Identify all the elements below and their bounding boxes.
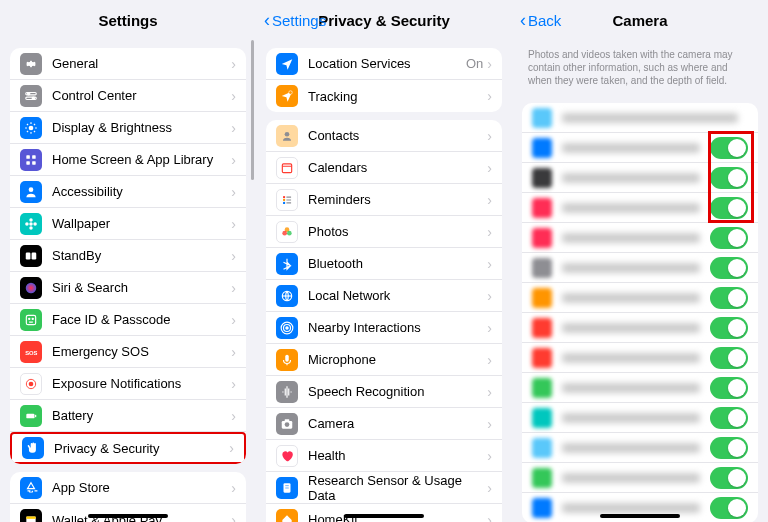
app-permission-row (522, 223, 758, 253)
svg-point-50 (282, 230, 287, 235)
row-control-center[interactable]: Control Center› (10, 80, 246, 112)
app-icon (532, 498, 552, 518)
back-to-settings[interactable]: ‹ Settings (264, 11, 326, 29)
camera-header: ‹ Back Camera (512, 0, 768, 40)
chevron-right-icon: › (231, 280, 236, 296)
row-tracking[interactable]: Tracking› (266, 80, 502, 112)
row-label: App Store (52, 480, 231, 495)
scrollbar[interactable] (251, 40, 254, 180)
row-research-sensor-usage-data[interactable]: Research Sensor & Usage Data› (266, 472, 502, 504)
row-reminders[interactable]: Reminders› (266, 184, 502, 216)
row-home-screen-app-library[interactable]: Home Screen & App Library› (10, 144, 246, 176)
svg-rect-35 (26, 517, 35, 519)
health-icon (276, 445, 298, 467)
permission-toggle[interactable] (710, 317, 748, 339)
settings-pane: Settings General›Control Center›Display … (0, 0, 256, 522)
chevron-right-icon: › (487, 88, 492, 104)
row-siri-search[interactable]: Siri & Search› (10, 272, 246, 304)
svg-point-22 (33, 222, 37, 226)
chevron-right-icon: › (487, 384, 492, 400)
chevron-right-icon: › (487, 256, 492, 272)
row-face-id-passcode[interactable]: Face ID & Passcode› (10, 304, 246, 336)
chevron-right-icon: › (231, 312, 236, 328)
contacts-icon (276, 125, 298, 147)
permission-toggle[interactable] (710, 437, 748, 459)
back-button[interactable]: ‹ Back (520, 11, 561, 29)
row-wallpaper[interactable]: Wallpaper› (10, 208, 246, 240)
app-permission-row (522, 403, 758, 433)
row-privacy-security[interactable]: Privacy & Security› (10, 432, 246, 464)
row-label: Microphone (308, 352, 487, 367)
app-icon (532, 258, 552, 278)
row-general[interactable]: General› (10, 48, 246, 80)
svg-point-59 (285, 422, 290, 427)
row-label: Privacy & Security (54, 441, 229, 456)
row-app-store[interactable]: App Store› (10, 472, 246, 504)
row-location-services[interactable]: Location ServicesOn› (266, 48, 502, 80)
face-icon (20, 309, 42, 331)
row-emergency-sos[interactable]: SOSEmergency SOS› (10, 336, 246, 368)
row-nearby-interactions[interactable]: Nearby Interactions› (266, 312, 502, 344)
permission-toggle[interactable] (710, 287, 748, 309)
row-photos[interactable]: Photos› (266, 216, 502, 248)
speech-icon (276, 381, 298, 403)
svg-rect-16 (32, 161, 36, 165)
permission-toggle[interactable] (710, 257, 748, 279)
app-permission-row (522, 253, 758, 283)
svg-rect-60 (285, 419, 290, 421)
standby-icon (20, 245, 42, 267)
svg-point-4 (29, 125, 34, 130)
app-name-blurred (562, 383, 700, 393)
row-calendars[interactable]: Calendars› (266, 152, 502, 184)
row-homekit[interactable]: HomeKit› (266, 504, 502, 522)
permission-toggle[interactable] (710, 197, 748, 219)
app-name-blurred (562, 503, 700, 513)
row-microphone[interactable]: Microphone› (266, 344, 502, 376)
permission-toggle[interactable] (710, 227, 748, 249)
app-name-blurred (562, 323, 700, 333)
row-contacts[interactable]: Contacts› (266, 120, 502, 152)
row-label: Speech Recognition (308, 384, 487, 399)
row-bluetooth[interactable]: Bluetooth› (266, 248, 502, 280)
chevron-right-icon: › (487, 288, 492, 304)
svg-rect-24 (32, 252, 37, 259)
row-health[interactable]: Health› (266, 440, 502, 472)
row-local-network[interactable]: Local Network› (266, 280, 502, 312)
svg-rect-26 (26, 315, 35, 324)
row-accessibility[interactable]: Accessibility› (10, 176, 246, 208)
permission-toggle[interactable] (710, 167, 748, 189)
chevron-right-icon: › (487, 512, 492, 523)
row-speech-recognition[interactable]: Speech Recognition› (266, 376, 502, 408)
row-label: Contacts (308, 128, 487, 143)
chevron-right-icon: › (231, 216, 236, 232)
permission-toggle[interactable] (710, 347, 748, 369)
svg-line-9 (27, 123, 28, 124)
svg-rect-32 (26, 413, 34, 418)
permission-toggle[interactable] (710, 407, 748, 429)
permission-toggle[interactable] (710, 467, 748, 489)
row-camera[interactable]: Camera› (266, 408, 502, 440)
app-icon (532, 348, 552, 368)
svg-point-40 (285, 131, 290, 136)
row-battery[interactable]: Battery› (10, 400, 246, 432)
reminders-icon (276, 189, 298, 211)
hand-icon (22, 437, 44, 459)
permission-toggle[interactable] (710, 137, 748, 159)
row-label: Nearby Interactions (308, 320, 487, 335)
app-name-blurred (562, 143, 700, 153)
privacy-group: Location ServicesOn›Tracking› (266, 48, 502, 112)
grid-icon (20, 149, 42, 171)
row-label: Bluetooth (308, 256, 487, 271)
app-permission-row (522, 133, 758, 163)
chevron-right-icon: › (231, 480, 236, 496)
row-exposure-notifications[interactable]: Exposure Notifications› (10, 368, 246, 400)
permission-toggle[interactable] (710, 497, 748, 519)
app-icon (532, 168, 552, 188)
svg-rect-13 (26, 155, 30, 159)
row-standby[interactable]: StandBy› (10, 240, 246, 272)
chevron-left-icon: ‹ (520, 11, 526, 29)
row-wallet-apple-pay[interactable]: Wallet & Apple Pay› (10, 504, 246, 522)
permission-toggle[interactable] (710, 377, 748, 399)
row-display-brightness[interactable]: Display & Brightness› (10, 112, 246, 144)
app-icon (532, 108, 552, 128)
